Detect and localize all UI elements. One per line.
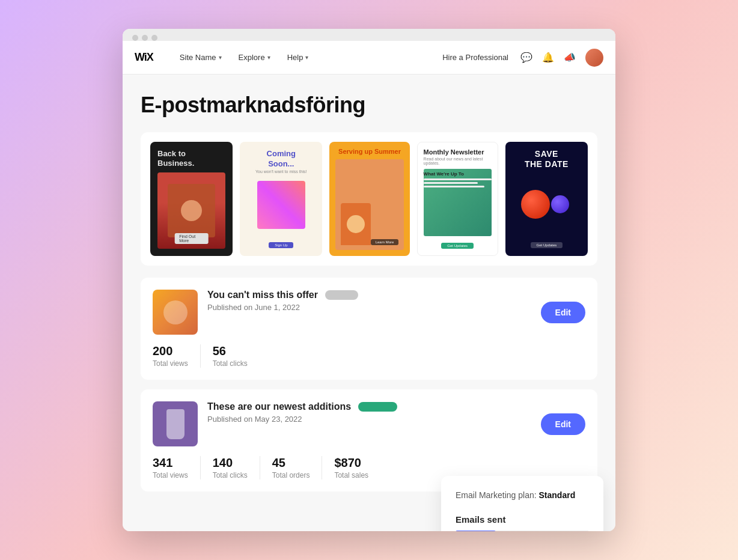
- campaign-name-2: These are our newest additions: [207, 401, 351, 412]
- nav-help[interactable]: Help ▾: [279, 41, 317, 74]
- template-image-4: What We're Up To: [424, 169, 492, 236]
- browser-dot-green: [151, 35, 157, 41]
- campaign-info-2: These are our newest additions Published…: [207, 401, 531, 424]
- sidebar-panel: Email Marketing plan: Standard Emails se…: [441, 476, 603, 531]
- stat-views-1: 200: [153, 344, 188, 358]
- status-badge-2: [358, 402, 397, 412]
- template-sub-2: You won't want to miss this!: [247, 169, 315, 174]
- chevron-down-icon: ▾: [267, 54, 270, 61]
- stat-views-2: 341: [153, 456, 188, 470]
- nav-explore[interactable]: Explore ▾: [230, 41, 279, 74]
- avatar[interactable]: [585, 49, 603, 67]
- template-card-4[interactable]: Monthly Newsletter Read about our news a…: [417, 142, 498, 256]
- stat-views-label-1: Total views: [153, 359, 188, 368]
- campaign-thumbnail-1: [153, 290, 198, 335]
- emails-sent-progress-bg: [456, 531, 589, 531]
- nav-site-name[interactable]: Site Name ▾: [171, 41, 230, 74]
- campaign-name-1: You can't miss this offer: [207, 290, 318, 300]
- template-title-2: ComingSoon...: [247, 149, 315, 169]
- template-card-3[interactable]: Serving up Summer Learn More: [329, 142, 409, 256]
- browser-chrome: [123, 29, 615, 41]
- campaign-stats-1: 200 Total views 56 Total clicks: [153, 344, 585, 368]
- browser-dot-red: [132, 35, 138, 41]
- template-cta-5: Get Updates: [531, 242, 563, 248]
- template-carousel: Back toBusiness. Find Out More ComingSoo…: [141, 132, 597, 266]
- megaphone-icon[interactable]: 📣: [564, 52, 576, 64]
- emails-sent-progress-fill: [456, 531, 496, 531]
- stat-clicks-2: 140: [213, 456, 248, 470]
- stat-views-label-2: Total views: [153, 471, 188, 479]
- template-title-1: Back toBusiness.: [157, 149, 225, 168]
- chat-icon[interactable]: 💬: [520, 52, 532, 64]
- nav-bar: WiX Site Name ▾ Explore ▾ Help ▾ Hire a …: [123, 41, 615, 75]
- campaign-thumbnail-2: [153, 401, 198, 446]
- template-title-4: Monthly Newsletter: [424, 148, 492, 156]
- page-title: E-postmarknadsföring: [141, 93, 597, 118]
- nav-hire[interactable]: Hire a Professional: [442, 53, 508, 62]
- campaign-info-1: You can't miss this offer Published on J…: [207, 290, 531, 312]
- stat-clicks-label-2: Total clicks: [213, 471, 248, 479]
- stat-sales-label-2: Total sales: [334, 471, 368, 479]
- template-cta-1: Find Out More: [174, 233, 209, 244]
- template-cta-3: Learn More: [371, 239, 399, 245]
- plan-name: Standard: [539, 490, 576, 500]
- content-wrapper: You can't miss this offer Published on J…: [141, 278, 597, 492]
- template-image-1: Find Out More: [157, 172, 225, 249]
- template-image-5: [523, 175, 569, 233]
- wix-logo: WiX: [135, 51, 153, 64]
- stat-clicks-1: 56: [213, 344, 248, 358]
- status-badge-1: [325, 290, 358, 300]
- campaign-card-1: You can't miss this offer Published on J…: [141, 278, 597, 380]
- template-cta-4: Get Updates: [441, 243, 474, 249]
- campaign-date-2: Published on May 23, 2022: [207, 415, 531, 424]
- main-content: E-postmarknadsföring Back toBusiness. Fi…: [123, 75, 615, 531]
- template-cta-2: Sign Up: [269, 242, 293, 248]
- stat-orders-label-2: Total orders: [272, 471, 310, 479]
- stat-sales-2: $870: [334, 456, 368, 470]
- template-card-1[interactable]: Back toBusiness. Find Out More: [150, 142, 233, 256]
- emails-sent-label: Emails sent: [456, 514, 589, 525]
- template-image-2: [247, 177, 315, 233]
- browser-dot-yellow: [142, 35, 148, 41]
- template-image-3: Learn More: [335, 159, 403, 250]
- stat-orders-2: 45: [272, 456, 310, 470]
- chevron-down-icon: ▾: [305, 54, 308, 61]
- edit-button-2[interactable]: Edit: [541, 413, 585, 435]
- template-card-5[interactable]: SAVETHE DATE Get Updates: [505, 142, 588, 256]
- template-title-3: Serving up Summer: [335, 148, 403, 156]
- plan-info: Email Marketing plan: Standard: [456, 490, 589, 500]
- chevron-down-icon: ▾: [219, 54, 222, 61]
- template-sub-4: Read about our news and latest updates.: [424, 157, 492, 165]
- template-title-5: SAVETHE DATE: [525, 149, 569, 169]
- bell-icon[interactable]: 🔔: [542, 52, 554, 64]
- campaign-date-1: Published on June 1, 2022: [207, 303, 531, 312]
- edit-button-1[interactable]: Edit: [541, 302, 585, 323]
- stat-clicks-label-1: Total clicks: [213, 359, 248, 368]
- template-card-2[interactable]: ComingSoon... You won't want to miss thi…: [240, 142, 322, 256]
